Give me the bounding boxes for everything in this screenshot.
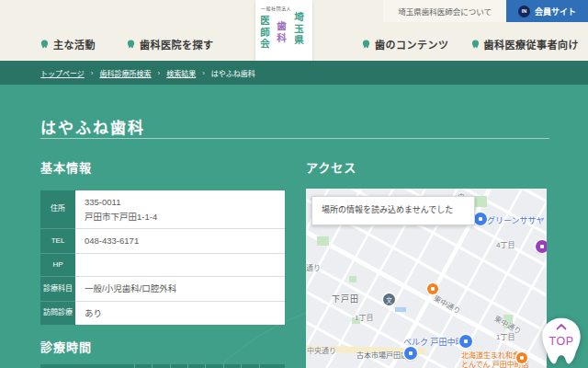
table-row: 訪問診療 あり <box>40 302 285 326</box>
row-label-home-visit: 訪問診療 <box>40 302 75 326</box>
tooth-icon <box>362 40 370 49</box>
map-marker-tonden[interactable] <box>516 352 527 363</box>
member-login-icon: IN <box>518 6 530 17</box>
nav-item-find-clinic[interactable]: 歯科医院を探す <box>127 37 214 52</box>
access-section: アクセス <box>306 158 547 368</box>
map-error-message: 場所の情報を読み込めませんでした <box>311 196 475 225</box>
hours-header-first: 診療時間 <box>40 364 134 368</box>
breadcrumb: トップページ › 歯科診療所検索 › 検索結果 › はやふね歯科 <box>0 61 588 85</box>
hours-table-header: 診療時間 月 火 水 木 金 土 日 祝日 <box>40 364 285 368</box>
about-association-label: 埼玉県歯科医師会について <box>398 6 492 17</box>
main-nav-right: 歯のコンテンツ 歯科医療従事者向け <box>362 37 579 52</box>
breadcrumb-separator: › <box>91 69 94 77</box>
logo-text-shika: 歯科 <box>275 21 288 44</box>
tooth-icon <box>40 40 49 49</box>
member-site-label: 会員サイト <box>535 6 576 17</box>
nav-label: 主な活動 <box>53 37 96 52</box>
map-marker-restaurant[interactable] <box>427 283 438 294</box>
map-marker-belc[interactable] <box>459 335 472 348</box>
map-district-label-4chome: 4丁目 <box>496 239 514 249</box>
access-heading: アクセス <box>306 158 547 176</box>
map-poi-label-furuichi[interactable]: 古本市場戸田店 <box>356 350 408 360</box>
map-marker-purple-poi[interactable] <box>536 240 547 253</box>
basic-info-table: 住所 335-0011 戸田市下戸田1-1-4 TEL 048-433-6171… <box>40 190 285 325</box>
hours-header-mon: 月 <box>134 364 152 368</box>
row-value-home-visit: あり <box>75 302 285 326</box>
row-label-hp: HP <box>40 254 75 277</box>
marker-glyph <box>479 217 482 221</box>
about-association-link[interactable]: 埼玉県歯科医師会について <box>383 0 506 22</box>
table-row: 診療科目 一般/小児歯科/口腔外科 <box>40 277 285 302</box>
table-row: HP <box>40 254 285 277</box>
main-nav-left: 主な活動 歯科医院を探す <box>40 37 214 52</box>
basic-info-heading: 基本情報 <box>40 158 285 176</box>
hours-heading: 診療時間 <box>40 338 285 355</box>
hours-header-wed: 水 <box>170 364 187 368</box>
marker-glyph <box>540 245 544 248</box>
row-value-departments: 一般/小児歯科/口腔外科 <box>75 277 285 302</box>
map-street-label-partial: 通り <box>306 262 321 272</box>
google-map[interactable]: 中通り 通り 下戸田 1丁目 1丁目 4丁目 東中通り 東中通り 中央通り グリ… <box>306 189 547 368</box>
hours-header-holiday: 祝日 <box>259 364 286 368</box>
map-poi-label-green-sasaya[interactable]: グリーンササヤ <box>487 214 545 226</box>
back-to-top-button[interactable]: TOP <box>537 314 586 368</box>
row-label-tel: TEL <box>40 229 75 254</box>
hours-header-sat: 土 <box>223 364 241 368</box>
map-marker-furuichi[interactable] <box>404 347 417 360</box>
main-content: はやふね歯科 基本情報 住所 335-0011 戸田市下戸田1-1-4 TEL … <box>0 85 588 368</box>
tooth-icon <box>127 40 135 49</box>
logo-text-ishikai: 医師会 <box>258 16 272 51</box>
breadcrumb-separator: › <box>202 69 205 77</box>
site-logo[interactable]: 一般社団法人 埼玉県 歯科 医師会 <box>255 0 312 63</box>
logo-text-saitama: 埼玉県 <box>292 12 306 47</box>
hours-header-thu: 木 <box>187 364 205 368</box>
row-value-hp <box>75 254 285 277</box>
tooth-icon <box>471 40 480 49</box>
row-label-address: 住所 <box>40 190 75 229</box>
utility-bar: 埼玉県歯科医師会について IN 会員サイト <box>383 0 588 22</box>
row-label-departments: 診療科目 <box>40 277 75 302</box>
breadcrumb-clinic-search[interactable]: 歯科診療所検索 <box>100 68 152 78</box>
marker-glyph <box>464 339 468 343</box>
nav-label: 歯科医院を探す <box>140 37 214 52</box>
school-glyph: 文 <box>386 295 392 305</box>
nav-label: 歯科医療従事者向け <box>484 37 580 52</box>
page: { "theme": { "teal_main": "#3f9f89", "te… <box>0 0 588 368</box>
top-button-label: TOP <box>537 335 586 348</box>
title-divider <box>40 138 549 139</box>
map-district-label-1chome: 1丁目 <box>355 312 373 322</box>
hours-header-sun: 日 <box>241 364 258 368</box>
marker-glyph <box>431 287 435 291</box>
row-value-tel: 048-433-6171 <box>75 229 285 254</box>
nav-item-tooth-contents[interactable]: 歯のコンテンツ <box>362 37 449 52</box>
breadcrumb-search-results[interactable]: 検索結果 <box>166 68 196 78</box>
table-row: TEL 048-433-6171 <box>40 229 285 254</box>
map-marker-green-sasaya[interactable] <box>474 213 487 225</box>
map-town-label-shimotoda: 下戸田 <box>332 293 359 305</box>
nav-item-activities[interactable]: 主な活動 <box>40 37 96 52</box>
breadcrumb-separator: › <box>158 69 161 77</box>
nav-label: 歯のコンテンツ <box>375 37 449 52</box>
basic-info-section: 基本情報 住所 335-0011 戸田市下戸田1-1-4 TEL 048-433… <box>40 158 285 368</box>
map-marker-school[interactable]: 文 <box>383 293 395 305</box>
map-street-label-chuo: 中央通り <box>307 345 336 355</box>
site-header: 埼玉県歯科医師会について IN 会員サイト 主な活動 歯科医院を探す 歯のコンテ… <box>0 0 588 61</box>
table-row: 住所 335-0011 戸田市下戸田1-1-4 <box>40 190 285 229</box>
marker-glyph <box>409 351 413 355</box>
logo-org-type: 一般社団法人 <box>261 5 291 11</box>
breadcrumb-current-page: はやふね歯科 <box>211 68 255 78</box>
nav-item-professionals[interactable]: 歯科医療従事者向け <box>471 37 580 52</box>
member-site-button[interactable]: IN 会員サイト <box>506 0 588 22</box>
breadcrumb-home[interactable]: トップページ <box>40 68 85 78</box>
marker-glyph <box>520 356 524 360</box>
page-title: はやふね歯科 <box>40 115 145 138</box>
hours-header-fri: 金 <box>205 364 222 368</box>
row-value-address: 335-0011 戸田市下戸田1-1-4 <box>75 190 285 229</box>
hours-header-tue: 火 <box>152 364 169 368</box>
